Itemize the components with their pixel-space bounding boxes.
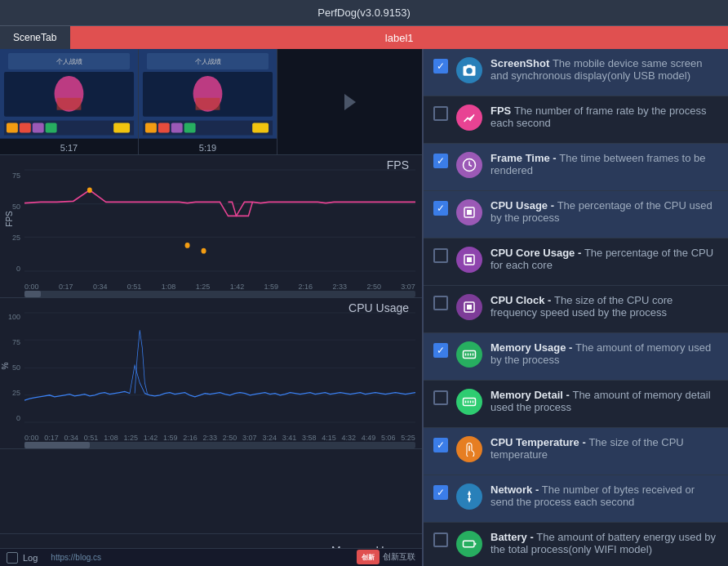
svg-rect-23 [252,123,269,133]
frametime-content: Frame Time - The time between frames to … [491,152,718,176]
watermark: 创新 创新互联 [357,550,415,564]
log-area: Log [7,552,38,564]
cpuusage-icon [456,199,482,225]
checklist-memdetail[interactable]: Memory Detail - The amount of memory det… [424,381,728,428]
cpu-scroll-handle[interactable] [24,442,90,448]
thumb-time-1: 5:17 [60,143,78,153]
checklist-cpucore[interactable]: CPU Core Usage - The percentage of the C… [424,238,728,286]
cpucore-icon [456,247,482,273]
svg-rect-43 [467,305,472,310]
svg-rect-22 [184,123,196,133]
cpu-scrollbar[interactable] [24,442,415,448]
checkbox-network[interactable]: ✓ [433,485,448,500]
watermark-text: 创新互联 [383,551,415,563]
svg-rect-10 [46,123,57,133]
tab-scene[interactable]: SceneTab [0,26,70,49]
thumb-time-2: 5:19 [199,143,216,153]
fps-y-label: FPS [5,212,14,227]
checkbox-memoryusage[interactable]: ✓ [433,343,448,358]
checklist-battery[interactable]: Battery - The amount of battery energy u… [424,523,728,566]
thumb-scene-2: 个人战绩 [139,49,277,139]
checklist-screenshot[interactable]: ✓ ScreenShot The mobile device same scre… [424,49,728,96]
thumbnail-2[interactable]: 个人战绩 5:19 [139,49,277,154]
svg-text:个人战绩: 个人战绩 [56,58,82,65]
memdetail-content: Memory Detail - The amount of memory det… [491,389,718,413]
memdetail-title: Memory Detail - The amount of memory det… [491,389,718,413]
frametime-icon [456,152,482,178]
thumbnail-1[interactable]: 个人战绩 5:17 [0,49,139,154]
memdetail-icon [456,389,482,415]
cpuusage-title: CPU Usage - The percentage of the CPU us… [491,199,718,224]
svg-marker-24 [344,94,356,110]
svg-rect-58 [464,542,471,546]
left-panel: 个人战绩 5:17 [0,49,422,566]
cputemp-title: CPU Temperature - The size of the CPU te… [491,436,718,461]
svg-rect-7 [7,123,18,133]
svg-rect-17 [196,98,220,110]
checklist-frametime[interactable]: ✓ Frame Time - The time between frames t… [424,144,728,191]
checklist-cpuclock[interactable]: CPU Clock - The size of the CPU core fre… [424,286,728,333]
cpucore-content: CPU Core Usage - The percentage of the C… [491,247,718,271]
app-title: PerfDog(v3.0.9153) [317,7,410,19]
checklist-network[interactable]: ✓ Network - The number of bytes received… [424,475,728,523]
checkbox-battery[interactable] [433,533,448,547]
fps-title: FPS The number of frame rate by the proc… [491,105,718,129]
log-label: Log [23,553,38,563]
svg-point-30 [185,243,190,248]
cpuclock-content: CPU Clock - The size of the CPU core fre… [491,294,718,319]
fps-scrollbar[interactable] [24,291,415,297]
memoryusage-icon [456,341,482,368]
checklist-cputemp[interactable]: ✓ CPU Temperature - The size of the CPU … [424,428,728,475]
checklist-memoryusage[interactable]: ✓ Memory Usage - The amount of memory us… [424,333,728,381]
cpuclock-title: CPU Clock - The size of the CPU core fre… [491,294,718,319]
checkbox-cpucore[interactable] [433,248,448,263]
frametime-title: Frame Time - The time between frames to … [491,152,718,176]
cpu-chart-svg [24,313,415,422]
checkbox-cpuusage[interactable]: ✓ [433,201,448,216]
tab-label1[interactable]: label1 [70,26,728,49]
fps-chart-svg [24,170,415,271]
svg-text:个人战绩: 个人战绩 [195,58,221,65]
checklist-fps[interactable]: FPS The number of frame rate by the proc… [424,96,728,144]
fps-scroll-handle[interactable] [24,291,41,297]
svg-point-54 [468,451,472,455]
cputemp-icon [456,436,482,462]
screenshot-content: ScreenShot The mobile device same screen… [491,57,718,82]
right-panel: ✓ ScreenShot The mobile device same scre… [422,49,728,566]
battery-content: Battery - The amount of battery energy u… [491,531,718,555]
fps-chart-area [24,170,415,271]
cpuusage-content: CPU Usage - The percentage of the CPU us… [491,199,718,224]
fps-icon [456,105,482,131]
cpu-chart: CPU Usage 100 75 50 25 0 % [0,298,422,449]
fps-content: FPS The number of frame rate by the proc… [491,105,718,129]
svg-point-29 [87,187,92,193]
cpuclock-icon [456,294,482,320]
checkbox-frametime[interactable]: ✓ [433,154,448,168]
battery-icon [456,531,482,557]
battery-title: Battery - The amount of battery energy u… [491,531,718,555]
svg-rect-20 [158,123,170,133]
screenshot-icon [456,57,482,83]
checkbox-memdetail[interactable] [433,390,448,405]
checkbox-cpuclock[interactable] [433,296,448,310]
svg-rect-5 [57,98,82,110]
fps-chart: FPS 75 50 25 0 FPS [0,155,422,298]
memoryusage-content: Memory Usage - The amount of memory used… [491,341,718,366]
svg-rect-9 [33,123,44,133]
tab-bar: SceneTab label1 [0,26,728,49]
svg-rect-21 [171,123,183,133]
log-checkbox[interactable] [7,552,18,564]
checkbox-fps[interactable] [433,106,448,121]
checkbox-cputemp[interactable]: ✓ [433,438,448,452]
cpu-chart-area [24,313,415,422]
svg-rect-11 [113,123,130,133]
cpu-y-label: % [1,362,10,369]
checklist-cpuusage[interactable]: ✓ CPU Usage - The percentage of the CPU … [424,191,728,238]
svg-rect-39 [467,210,472,215]
url-text: https://blog.cs [51,553,101,562]
network-content: Network - The number of bytes received o… [491,484,718,508]
main-content: 个人战绩 5:17 [0,49,728,566]
watermark-logo: 创新 [357,550,380,564]
cpucore-title: CPU Core Usage - The percentage of the C… [491,247,718,271]
checkbox-screenshot[interactable]: ✓ [433,59,448,74]
